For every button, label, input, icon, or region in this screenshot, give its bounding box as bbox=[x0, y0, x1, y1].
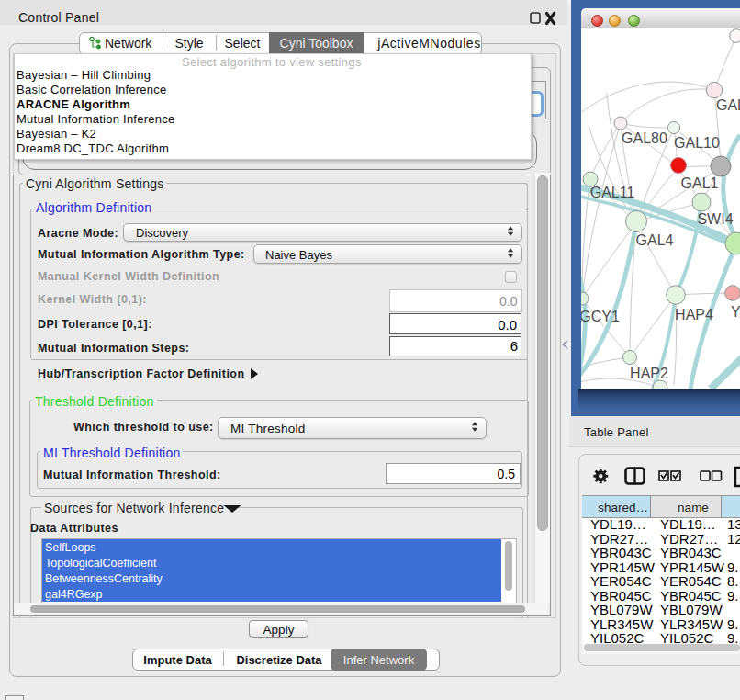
svg-text:GAL10: GAL10 bbox=[674, 135, 720, 151]
svg-text:GAL80: GAL80 bbox=[622, 130, 667, 146]
svg-text:SWI4: SWI4 bbox=[697, 211, 733, 227]
svg-text:HAP4: HAP4 bbox=[675, 307, 713, 322]
svg-text:YB: YB bbox=[731, 304, 740, 320]
svg-text:GAL7: GAL7 bbox=[716, 97, 740, 113]
svg-text:GAL1: GAL1 bbox=[681, 175, 719, 191]
svg-text:GAL11: GAL11 bbox=[590, 185, 635, 200]
svg-text:GAL4: GAL4 bbox=[636, 232, 674, 248]
svg-text:HAP2: HAP2 bbox=[630, 366, 668, 381]
svg-text:GCY1: GCY1 bbox=[581, 309, 620, 324]
